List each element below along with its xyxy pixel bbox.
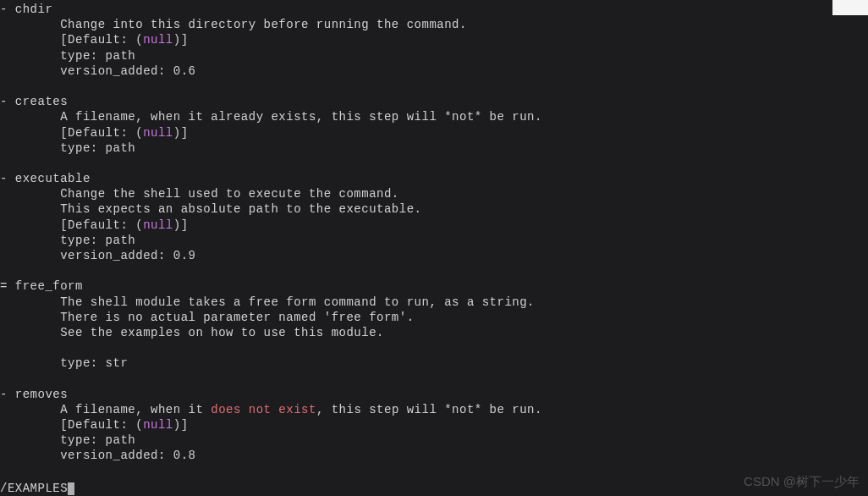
doc-line: - chdir: [0, 2, 868, 17]
cursor-icon: [68, 482, 74, 495]
doc-line: [0, 340, 868, 355]
doc-line: type: path: [0, 48, 868, 63]
doc-line: A filename, when it already exists, this…: [0, 109, 868, 124]
doc-line: type: str: [0, 355, 868, 371]
doc-line: - creates: [0, 94, 868, 109]
doc-line: [Default: (null)]: [0, 32, 868, 47]
doc-line: version_added: 0.8: [0, 448, 868, 463]
doc-line: This expects an absolute path to the exe…: [0, 201, 868, 217]
doc-line: - removes: [0, 387, 868, 402]
doc-line: [0, 79, 868, 94]
terminal-content: - chdir Change into this directory befor…: [0, 2, 868, 479]
doc-line: version_added: 0.6: [0, 63, 868, 79]
search-query: /EXAMPLES: [0, 482, 68, 495]
doc-line: [0, 263, 868, 278]
doc-line: See the examples on how to use this modu…: [0, 325, 868, 340]
doc-line: [Default: (null)]: [0, 417, 868, 433]
doc-line: type: path: [0, 141, 868, 156]
doc-line: [Default: (null)]: [0, 218, 868, 233]
doc-line: type: path: [0, 433, 868, 448]
doc-line: The shell module takes a free form comma…: [0, 295, 868, 310]
doc-line: type: path: [0, 233, 868, 248]
doc-line: [0, 372, 868, 387]
doc-line: [Default: (null)]: [0, 125, 868, 141]
doc-line: There is no actual parameter named 'free…: [0, 310, 868, 325]
doc-line: = free_form: [0, 278, 868, 294]
doc-line: Change into this directory before runnin…: [0, 17, 868, 32]
doc-line: [0, 156, 868, 171]
watermark-label: CSDN @树下一少年: [744, 473, 860, 490]
top-right-box: [832, 0, 868, 15]
doc-line: A filename, when it does not exist, this…: [0, 402, 868, 417]
search-command-line[interactable]: /EXAMPLES: [0, 479, 868, 496]
doc-line: Change the shell used to execute the com…: [0, 186, 868, 201]
doc-line: - executable: [0, 171, 868, 186]
doc-line: version_added: 0.9: [0, 248, 868, 263]
doc-line: [0, 464, 868, 479]
